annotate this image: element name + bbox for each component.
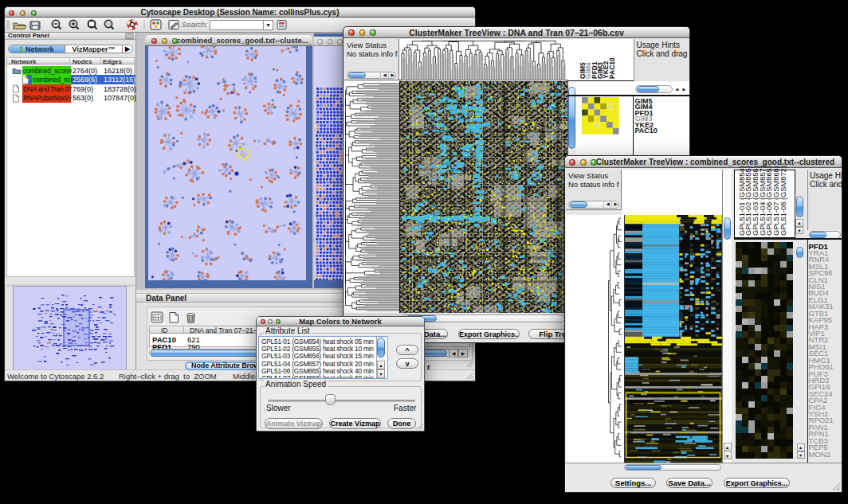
- svg-text:Search:: Search:: [182, 20, 208, 29]
- svg-text:1:1: 1:1: [106, 22, 112, 26]
